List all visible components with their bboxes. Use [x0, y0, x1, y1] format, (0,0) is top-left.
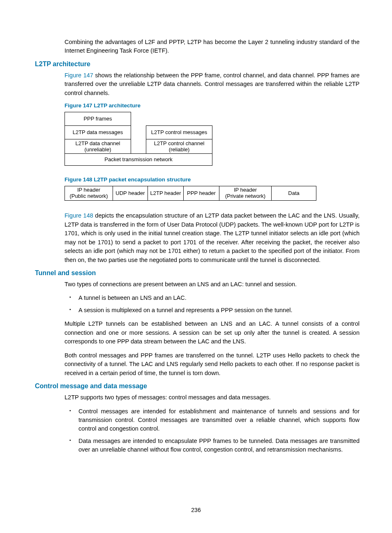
- arch-p1-block: Figure 147 shows the relationship betwee…: [65, 71, 360, 97]
- msg-p1: L2TP supports two types of messages: con…: [65, 393, 360, 402]
- intro-paragraph: Combining the advantages of L2F and PPTP…: [65, 38, 360, 56]
- tunnel-p1: Two types of connections are present bet…: [65, 280, 360, 289]
- tunnel-bullet-1: A tunnel is between an LNS and an LAC.: [65, 294, 360, 302]
- fig148-data: Data: [271, 186, 316, 201]
- figure-148-diagram: IP header (Public network) UDP header L2…: [65, 186, 360, 201]
- fig147-data-channel: L2TP data channel (unreliable): [65, 139, 131, 154]
- fig148-ip-private: IP header (Private network): [219, 186, 272, 201]
- fig147-control-channel: L2TP control channel (reliable): [146, 139, 212, 154]
- fig147-ppp-frames: PPP frames: [65, 112, 131, 126]
- fig148-ip-public: IP header (Public network): [65, 186, 113, 201]
- fig147-control-channel-l2: (reliable): [148, 146, 210, 153]
- fig147-data-channel-l1: L2TP data channel: [67, 140, 129, 147]
- tunnel-block: Two types of connections are present bet…: [65, 280, 360, 378]
- fig147-data-messages: L2TP data messages: [65, 125, 131, 139]
- tunnel-list: A tunnel is between an LNS and an LAC. A…: [65, 294, 360, 315]
- page-content: Combining the advantages of L2F and PPTP…: [35, 38, 360, 459]
- msg-block: L2TP supports two types of messages: con…: [65, 393, 360, 454]
- heading-control-data-message: Control message and data message: [35, 382, 360, 390]
- fig148-ip-public-l1: IP header: [67, 187, 111, 193]
- page-number: 236: [0, 507, 392, 513]
- msg-list: Control messages are intended for establ…: [65, 407, 360, 454]
- intro-block: Combining the advantages of L2F and PPTP…: [65, 38, 360, 56]
- arch-p1-rest: shows the relationship between the PPP f…: [65, 72, 360, 96]
- figure-147-diagram: PPP frames L2TP data messages L2TP contr…: [65, 112, 360, 166]
- arch-p2: Figure 148 depicts the encapsulation str…: [65, 211, 360, 264]
- figure-147-caption: Figure 147 L2TP architecture: [65, 102, 360, 109]
- fig147-control-messages: L2TP control messages: [146, 125, 212, 139]
- figure-148-caption: Figure 148 L2TP packet encapsulation str…: [65, 176, 360, 183]
- fig148-ppp-header: PPP header: [183, 186, 219, 201]
- fig148-ip-private-l1: IP header: [221, 187, 270, 193]
- fig147-data-channel-l2: (unreliable): [67, 146, 129, 153]
- figure-148-link[interactable]: Figure 148: [65, 212, 93, 219]
- fig148-l2tp-header: L2TP header: [148, 186, 184, 201]
- figure-147-link[interactable]: Figure 147: [65, 72, 93, 79]
- arch-p1: Figure 147 shows the relationship betwee…: [65, 71, 360, 97]
- arch-p2-rest: depicts the encapsulation structure of a…: [65, 212, 360, 263]
- tunnel-p3: Both control messages and PPP frames are…: [65, 351, 360, 378]
- fig147-packet-transmission: Packet transmission network: [65, 153, 212, 166]
- fig148-udp-header: UDP header: [113, 186, 148, 201]
- fig148-ip-public-l2: (Public network): [67, 193, 111, 199]
- tunnel-bullet-2: A session is multiplexed on a tunnel and…: [65, 306, 360, 315]
- heading-l2tp-architecture: L2TP architecture: [35, 60, 360, 68]
- fig148-ip-private-l2: (Private network): [221, 193, 270, 199]
- fig147-control-channel-l1: L2TP control channel: [148, 140, 210, 147]
- tunnel-p2: Multiple L2TP tunnels can be established…: [65, 320, 360, 346]
- msg-bullet-1: Control messages are intended for establ…: [65, 407, 360, 433]
- msg-bullet-2: Data messages are intended to encapsulat…: [65, 437, 360, 454]
- heading-tunnel-session: Tunnel and session: [35, 269, 360, 277]
- arch-p2-block: Figure 148 depicts the encapsulation str…: [65, 211, 360, 264]
